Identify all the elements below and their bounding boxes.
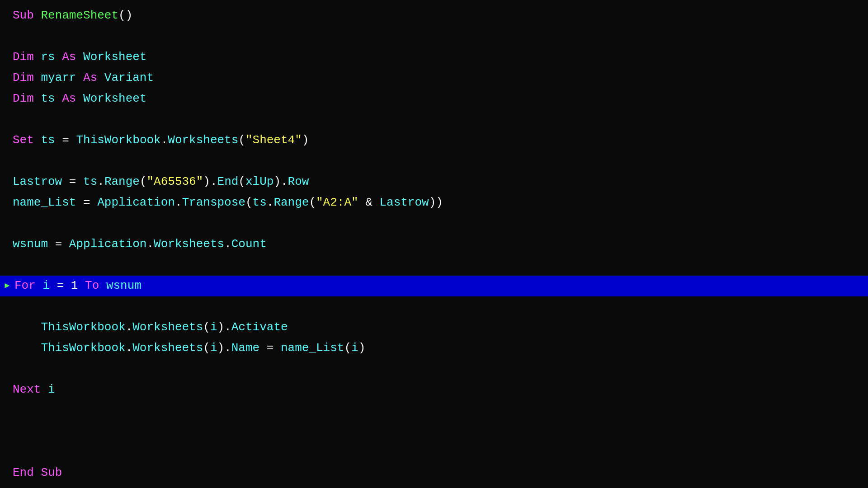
token: For	[14, 279, 42, 292]
code-line: name_List = Application.Transpose(ts.Ran…	[0, 192, 868, 213]
token: name_List	[281, 341, 344, 355]
token: Range	[104, 175, 140, 188]
token: (	[245, 196, 253, 209]
line-content: ThisWorkbook.Worksheets(i).Activate	[13, 317, 864, 338]
line-content: name_List = Application.Transpose(ts.Ran…	[13, 192, 864, 213]
token: Application	[69, 237, 147, 251]
token: Worksheet	[83, 92, 146, 105]
token: )	[359, 341, 366, 355]
token: Set	[13, 133, 41, 147]
token: End	[217, 175, 239, 188]
token: Worksheets	[132, 320, 203, 334]
token: Dim	[13, 50, 41, 64]
token: ()	[118, 9, 132, 22]
token: .	[224, 237, 231, 251]
token: ))	[429, 196, 443, 209]
token: (	[238, 175, 245, 188]
token: As	[83, 71, 104, 84]
token: )	[302, 133, 309, 147]
token: As	[62, 50, 83, 64]
token: (	[203, 341, 210, 355]
line-content: For i = 1 To wsnum	[14, 276, 864, 296]
token: Dim	[13, 92, 41, 105]
line-marker: ▶	[4, 279, 11, 293]
token: name_List	[13, 196, 83, 209]
token: Worksheets	[168, 133, 238, 147]
token: =	[69, 175, 83, 188]
token: Row	[288, 175, 309, 188]
token: Activate	[231, 320, 288, 334]
token: As	[62, 92, 83, 105]
token: i	[351, 341, 359, 355]
line-content: Lastrow = ts.Range("A65536").End(xlUp).R…	[13, 172, 864, 192]
line-content: ThisWorkbook.Worksheets(i).Name = name_L…	[13, 338, 864, 359]
code-line: Dim myarr As Variant	[0, 68, 868, 89]
token: Worksheet	[83, 50, 146, 64]
token: .	[126, 341, 133, 355]
token: Lastrow	[13, 175, 69, 188]
token: i	[48, 383, 55, 396]
token: wsnum	[106, 279, 142, 292]
token: ThisWorkbook	[41, 341, 125, 355]
code-editor: Sub RenameSheet()Dim rs As WorksheetDim …	[0, 4, 868, 484]
token: wsnum	[13, 237, 55, 251]
line-content: Next i	[13, 380, 864, 400]
token: myarr	[41, 71, 83, 84]
token: Lastrow	[379, 196, 429, 209]
token: Transpose	[182, 196, 245, 209]
code-line: Next i	[0, 380, 868, 400]
token: ts	[41, 133, 62, 147]
token: Dim	[13, 71, 41, 84]
line-content: Dim rs As Worksheet	[13, 47, 864, 68]
token: ).	[274, 175, 288, 188]
token: ).	[203, 175, 217, 188]
token: Count	[231, 237, 267, 251]
line-content: Sub RenameSheet()	[13, 5, 864, 26]
token: =	[62, 133, 76, 147]
token: ts	[41, 92, 62, 105]
token: "A2:A"	[316, 196, 359, 209]
token: .	[161, 133, 168, 147]
token: =	[55, 237, 69, 251]
token: (	[238, 133, 245, 147]
code-line: Set ts = ThisWorkbook.Worksheets("Sheet4…	[0, 130, 868, 151]
token: &	[359, 196, 380, 209]
code-line: ThisWorkbook.Worksheets(i).Activate	[0, 317, 868, 338]
token: .	[126, 320, 133, 334]
token: ThisWorkbook	[76, 133, 160, 147]
token: ThisWorkbook	[41, 320, 125, 334]
token: End	[13, 466, 41, 479]
token: ).	[217, 341, 231, 355]
code-line: Dim ts As Worksheet	[0, 89, 868, 109]
code-line: ThisWorkbook.Worksheets(i).Name = name_L…	[0, 338, 868, 359]
token: RenameSheet	[41, 9, 118, 22]
token: Name	[231, 341, 267, 355]
line-content: Set ts = ThisWorkbook.Worksheets("Sheet4…	[13, 130, 864, 151]
token: Range	[274, 196, 309, 209]
token: Worksheets	[154, 237, 224, 251]
token: ).	[217, 320, 231, 334]
token: i	[42, 279, 57, 292]
token: rs	[41, 50, 62, 64]
token: Next	[13, 383, 48, 396]
token: (	[140, 175, 147, 188]
token: .	[175, 196, 182, 209]
token: (	[309, 196, 316, 209]
token: =	[267, 341, 281, 355]
token: i	[210, 320, 217, 334]
token: "Sheet4"	[245, 133, 302, 147]
code-line: Sub RenameSheet()	[0, 5, 868, 26]
token: Variant	[104, 71, 154, 84]
token: Application	[97, 196, 175, 209]
code-line: ▶For i = 1 To wsnum	[0, 276, 868, 296]
line-content: wsnum = Application.Worksheets.Count	[13, 234, 864, 255]
token: To	[85, 279, 106, 292]
token: .	[97, 175, 104, 188]
token: Sub	[41, 466, 62, 479]
token: i	[210, 341, 217, 355]
token: xlUp	[245, 175, 274, 188]
line-content: Dim myarr As Variant	[13, 68, 864, 89]
token: "A65536"	[147, 175, 203, 188]
line-content: Dim ts As Worksheet	[13, 89, 864, 109]
code-line: End Sub	[0, 463, 868, 483]
